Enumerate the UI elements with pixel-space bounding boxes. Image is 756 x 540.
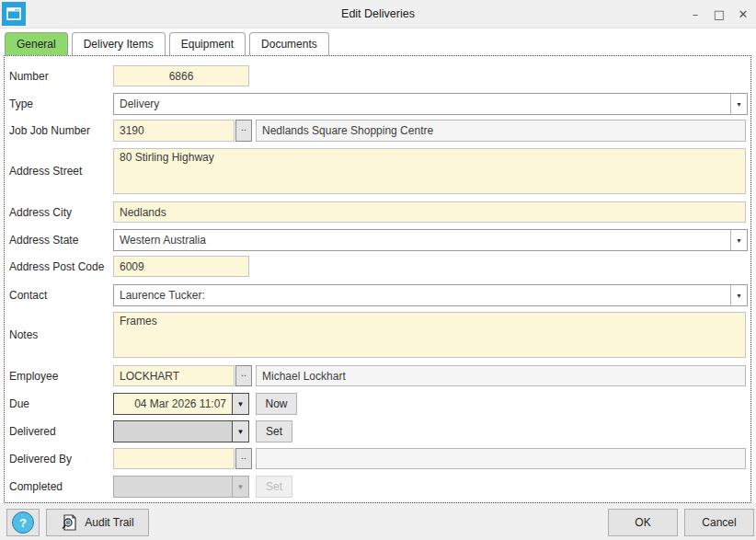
chevron-down-icon: ▼ xyxy=(232,477,248,497)
tab-strip: General Delivery Items Equipment Documen… xyxy=(5,32,329,56)
audit-trail-label: Audit Trail xyxy=(85,516,133,529)
row-notes: Notes Frames xyxy=(5,312,750,358)
footer-bar: ? Audit Trail OK Cancel xyxy=(0,503,756,540)
row-address-state: Address State Western Australia ▼ xyxy=(5,229,750,251)
employee-input[interactable] xyxy=(113,365,235,386)
address-city-input[interactable] xyxy=(113,201,746,223)
address-state-label: Address State xyxy=(9,229,78,251)
chevron-down-icon[interactable]: ▼ xyxy=(232,421,248,442)
due-value: 04 Mar 2026 11:07 xyxy=(114,394,232,414)
contact-value: Laurence Tucker: xyxy=(114,285,730,305)
job-name-display: Nedlands Square Shopping Centre xyxy=(256,120,746,142)
ok-button[interactable]: OK xyxy=(608,509,678,536)
number-input[interactable] xyxy=(113,65,249,86)
row-job-number: Job Job Number .. Nedlands Square Shoppi… xyxy=(5,120,750,142)
audit-trail-button[interactable]: Audit Trail xyxy=(46,509,149,536)
notes-textarea[interactable]: Frames xyxy=(113,312,746,358)
audit-trail-icon xyxy=(61,513,77,532)
minimize-icon[interactable]: – xyxy=(688,6,703,21)
due-date-picker[interactable]: 04 Mar 2026 11:07 ▼ xyxy=(113,393,249,415)
tab-documents[interactable]: Documents xyxy=(249,32,329,55)
chevron-down-icon[interactable]: ▼ xyxy=(730,285,747,305)
maximize-icon[interactable]: □ xyxy=(712,6,727,21)
tab-delivery-items[interactable]: Delivery Items xyxy=(72,32,166,55)
address-state-value: Western Australia xyxy=(114,230,730,250)
general-tab-panel: Number Type Delivery ▼ Job Job Number ..… xyxy=(4,55,751,503)
tab-general[interactable]: General xyxy=(5,32,68,55)
row-number: Number xyxy=(5,65,750,86)
completed-date-picker: ▼ xyxy=(113,476,249,498)
employee-label: Employee xyxy=(9,365,58,386)
due-label: Due xyxy=(9,393,29,415)
employee-browse-button[interactable]: .. xyxy=(235,365,252,386)
row-address-street: Address Street 80 Stirling Highway xyxy=(5,148,750,194)
contact-label: Contact xyxy=(9,284,47,306)
chevron-down-icon[interactable]: ▼ xyxy=(730,94,747,114)
row-completed: Completed ▼ Set xyxy=(5,476,750,498)
row-contact: Contact Laurence Tucker: ▼ xyxy=(5,284,750,306)
address-street-textarea[interactable]: 80 Stirling Highway xyxy=(113,148,746,194)
delivered-date-picker[interactable]: ▼ xyxy=(113,420,249,442)
job-browse-button[interactable]: .. xyxy=(235,120,252,142)
completed-label: Completed xyxy=(9,476,63,498)
number-label: Number xyxy=(9,65,49,86)
row-type: Type Delivery ▼ xyxy=(5,93,750,115)
window-title: Edit Deliveries xyxy=(0,0,756,28)
row-employee: Employee .. Michael Lockhart xyxy=(5,365,750,386)
type-label: Type xyxy=(9,93,33,115)
type-value: Delivery xyxy=(114,94,730,114)
notes-label: Notes xyxy=(9,312,38,358)
contact-dropdown[interactable]: Laurence Tucker: ▼ xyxy=(113,284,748,306)
row-address-city: Address City xyxy=(5,201,750,223)
help-icon: ? xyxy=(12,511,34,534)
job-number-label: Job Job Number xyxy=(9,120,90,142)
row-delivered: Delivered ▼ Set xyxy=(5,420,750,442)
help-button[interactable]: ? xyxy=(6,509,40,536)
delivered-label: Delivered xyxy=(9,420,56,442)
cancel-button[interactable]: Cancel xyxy=(684,509,754,536)
job-number-input[interactable] xyxy=(113,120,235,142)
delivered-by-name-display xyxy=(256,448,746,469)
employee-name-display: Michael Lockhart xyxy=(256,365,746,386)
row-address-post-code: Address Post Code xyxy=(5,256,750,277)
title-bar: Edit Deliveries – □ ✕ xyxy=(0,0,756,29)
delivered-value xyxy=(114,421,232,442)
address-post-code-label: Address Post Code xyxy=(9,256,104,277)
delivered-set-button[interactable]: Set xyxy=(256,420,292,442)
tab-equipment[interactable]: Equipment xyxy=(169,32,246,55)
row-delivered-by: Delivered By .. xyxy=(5,448,750,469)
address-street-label: Address Street xyxy=(9,148,82,194)
type-dropdown[interactable]: Delivery ▼ xyxy=(113,93,748,115)
due-now-button[interactable]: Now xyxy=(256,393,297,415)
chevron-down-icon[interactable]: ▼ xyxy=(730,230,747,250)
delivered-by-label: Delivered By xyxy=(9,448,72,469)
delivered-by-input[interactable] xyxy=(113,448,235,469)
address-city-label: Address City xyxy=(9,201,72,223)
delivered-by-browse-button[interactable]: .. xyxy=(235,448,252,469)
edit-deliveries-dialog: { "window": { "title": "Edit Deliveries"… xyxy=(0,0,756,540)
chevron-down-icon[interactable]: ▼ xyxy=(232,394,248,414)
address-state-dropdown[interactable]: Western Australia ▼ xyxy=(113,229,748,251)
completed-value xyxy=(114,477,232,497)
completed-set-button: Set xyxy=(256,476,292,498)
address-post-code-input[interactable] xyxy=(113,256,249,277)
row-due: Due 04 Mar 2026 11:07 ▼ Now xyxy=(5,393,750,415)
close-icon[interactable]: ✕ xyxy=(736,6,750,21)
